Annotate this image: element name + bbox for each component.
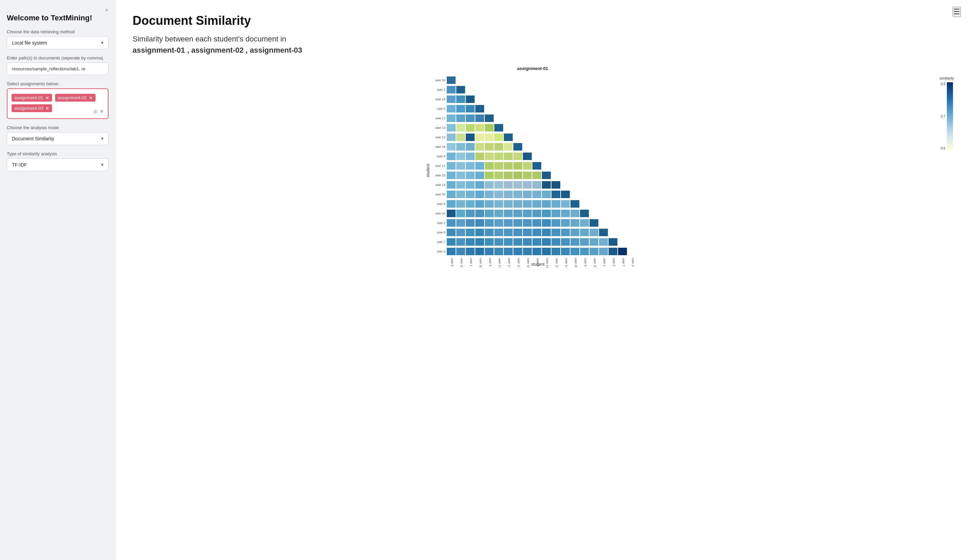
hamburger-button[interactable]: ☰: [953, 7, 961, 17]
svg-rect-190: [447, 248, 455, 255]
assignments-dropdown-arrow[interactable]: ▼: [99, 109, 104, 115]
svg-rect-106: [532, 191, 541, 198]
svg-rect-151: [561, 219, 570, 227]
svg-text:user 11: user 11: [546, 258, 549, 267]
svg-text:user 1: user 1: [469, 258, 473, 267]
svg-rect-173: [456, 238, 465, 246]
svg-rect-154: [589, 219, 598, 227]
svg-rect-157: [466, 229, 475, 236]
svg-rect-135: [551, 210, 560, 217]
legend-value-06: 0.6: [941, 147, 946, 150]
svg-rect-54: [513, 143, 522, 150]
more-options-button[interactable]: ⋯: [948, 76, 954, 83]
svg-rect-138: [580, 210, 589, 217]
svg-rect-134: [542, 210, 551, 217]
svg-rect-28: [475, 105, 484, 112]
svg-rect-164: [532, 229, 541, 236]
analysis-select-wrapper: Document Similarity Topic Modeling Keywo…: [7, 132, 108, 145]
data-method-select-wrapper: Local file system Remote URL Database ▼: [7, 37, 108, 49]
svg-rect-90: [494, 181, 503, 188]
svg-rect-77: [475, 172, 484, 179]
svg-rect-25: [447, 105, 455, 112]
svg-rect-174: [466, 238, 475, 246]
svg-rect-160: [494, 229, 503, 236]
svg-rect-110: [447, 200, 455, 208]
svg-rect-41: [456, 133, 465, 141]
svg-rect-87: [466, 181, 475, 188]
svg-rect-94: [532, 181, 541, 188]
chart-container: assignment-01 student user 19 user 1 use…: [133, 66, 954, 267]
analysis-select[interactable]: Document Similarity Topic Modeling Keywo…: [7, 132, 108, 145]
svg-rect-30: [456, 115, 465, 122]
svg-text:user 8: user 8: [437, 155, 445, 158]
legend-value-08: 0.8: [941, 82, 946, 86]
svg-rect-40: [447, 133, 455, 141]
chart-legend: ⋯ similarity 0.8 0.7 0.6: [939, 76, 954, 150]
data-method-select[interactable]: Local file system Remote URL Database: [7, 37, 108, 49]
svg-rect-188: [599, 238, 608, 246]
svg-text:user 16: user 16: [527, 258, 530, 267]
assignments-box: assignment-01 ✕ assignment-02 ✕ assignme…: [7, 88, 108, 119]
svg-rect-204: [580, 248, 589, 255]
svg-rect-71: [513, 162, 522, 170]
svg-rect-45: [494, 133, 503, 141]
clear-assignments-button[interactable]: ⊗: [93, 108, 98, 115]
svg-rect-170: [589, 229, 598, 236]
sidebar-title: Welcome to TextMining!: [7, 13, 108, 22]
remove-assignment-01[interactable]: ✕: [45, 95, 49, 100]
svg-rect-98: [456, 191, 465, 198]
remove-assignment-03[interactable]: ✕: [45, 106, 49, 111]
heatmap-svg: user 19 user 1 user 18 user 5 user 17 us…: [432, 74, 640, 267]
svg-rect-39: [494, 124, 503, 132]
assignment-controls: ⊗ ▼: [93, 108, 104, 115]
svg-rect-208: [618, 248, 627, 255]
svg-rect-184: [561, 238, 570, 246]
close-button[interactable]: ×: [105, 7, 108, 14]
svg-rect-114: [485, 200, 494, 208]
svg-rect-49: [466, 143, 475, 150]
svg-rect-76: [466, 172, 475, 179]
similarity-select[interactable]: TF-IDF Cosine Jaccard: [7, 158, 108, 171]
svg-rect-132: [523, 210, 532, 217]
svg-rect-66: [466, 162, 475, 170]
svg-rect-55: [447, 153, 455, 160]
svg-rect-83: [532, 172, 541, 179]
assignments-label: Select assignments below:: [7, 81, 108, 86]
svg-rect-85: [447, 181, 455, 188]
svg-rect-165: [542, 229, 551, 236]
page-title: Document Similarity: [133, 13, 954, 28]
svg-rect-181: [532, 238, 541, 246]
svg-rect-46: [504, 133, 513, 141]
svg-rect-201: [551, 248, 560, 255]
svg-text:user 15: user 15: [555, 258, 559, 267]
svg-rect-89: [485, 181, 494, 188]
svg-rect-187: [589, 238, 598, 246]
svg-rect-78: [485, 172, 494, 179]
path-input[interactable]: [7, 63, 108, 75]
svg-rect-167: [561, 229, 570, 236]
svg-text:user 16: user 16: [435, 145, 445, 148]
svg-rect-176: [485, 238, 494, 246]
svg-rect-202: [561, 248, 570, 255]
svg-rect-50: [475, 143, 484, 150]
svg-rect-116: [504, 200, 513, 208]
svg-rect-198: [523, 248, 532, 255]
svg-text:user 6: user 6: [437, 231, 445, 234]
svg-rect-59: [485, 153, 494, 160]
svg-rect-119: [532, 200, 541, 208]
svg-rect-24: [466, 95, 475, 103]
svg-text:user 9: user 9: [437, 202, 445, 206]
svg-rect-203: [571, 248, 579, 255]
svg-text:user 12: user 12: [517, 258, 521, 267]
svg-rect-146: [513, 219, 522, 227]
svg-rect-117: [513, 200, 522, 208]
svg-rect-53: [504, 143, 513, 150]
remove-assignment-02[interactable]: ✕: [89, 95, 93, 100]
svg-rect-125: [456, 210, 465, 217]
svg-rect-139: [447, 219, 455, 227]
legend-value-07: 0.7: [941, 115, 946, 118]
chart-wrapper: assignment-01 student user 19 user 1 use…: [133, 66, 933, 267]
svg-rect-200: [542, 248, 551, 255]
svg-text:user 11: user 11: [435, 164, 445, 168]
analysis-label: Choose the analysis mode: [7, 125, 108, 130]
